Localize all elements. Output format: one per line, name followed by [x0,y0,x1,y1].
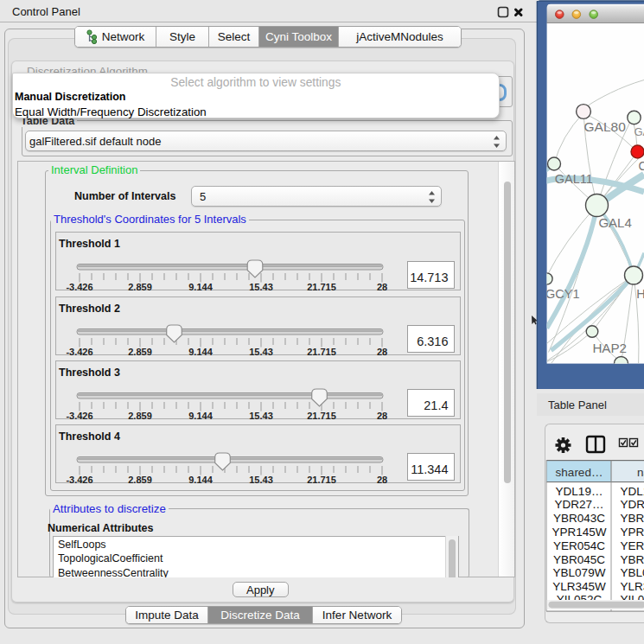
svg-text:YBR045C: YBR045C [621,553,644,566]
svg-text:2.859: 2.859 [128,411,152,420]
svg-text:28: 28 [377,282,387,291]
svg-text:GCY1: GCY1 [545,287,580,301]
svg-text:9.144: 9.144 [188,347,213,356]
svg-text:9.144: 9.144 [188,282,213,291]
svg-text:YDR27…: YDR27… [554,498,603,511]
svg-text:2.859: 2.859 [128,347,152,356]
svg-text:GAL4: GAL4 [598,215,631,230]
svg-text:C: C [639,159,644,173]
svg-text:YDL19…: YDL19… [556,485,603,498]
svg-text:YBR045C: YBR045C [553,553,605,566]
svg-text:28: 28 [377,347,387,356]
svg-text:15.43: 15.43 [249,411,273,420]
svg-text:H: H [636,287,644,301]
svg-text:GAL11: GAL11 [555,172,593,186]
svg-text:-3.426: -3.426 [66,282,92,291]
svg-text:GA: GA [634,125,644,138]
svg-text:YDL19: YDL19 [621,485,644,498]
svg-text:-3.426: -3.426 [66,475,92,484]
svg-text:YER054C: YER054C [621,539,644,552]
svg-text:nam: nam [637,466,644,479]
svg-text:21.715: 21.715 [307,282,336,291]
svg-text:21.715: 21.715 [307,475,336,484]
svg-text:21.715: 21.715 [307,411,336,420]
svg-text:28: 28 [377,411,387,420]
svg-text:YDR27: YDR27 [621,498,644,511]
svg-text:2.859: 2.859 [128,475,152,484]
svg-text:YBR043C: YBR043C [621,512,644,525]
svg-text:YLR345W: YLR345W [552,580,606,593]
svg-text:-3.426: -3.426 [66,347,92,356]
svg-text:YER054C: YER054C [553,539,605,552]
svg-text:21.715: 21.715 [307,347,336,356]
svg-text:YPR145W: YPR145W [552,526,606,539]
svg-text:2.859: 2.859 [128,282,152,291]
svg-text:15.43: 15.43 [249,347,273,356]
svg-text:YBR043C: YBR043C [553,512,605,525]
svg-text:-3.426: -3.426 [66,411,92,420]
svg-text:28: 28 [377,475,387,484]
svg-text:YBL079W: YBL079W [621,566,644,579]
svg-text:15.43: 15.43 [249,282,273,291]
svg-text:YPR145W: YPR145W [621,526,644,539]
svg-text:GAL80: GAL80 [584,119,627,134]
svg-text:shared…: shared… [556,466,603,479]
svg-text:YBL079W: YBL079W [553,566,606,579]
svg-text:HAP2: HAP2 [592,341,627,355]
svg-text:YLR345W: YLR345W [621,580,644,593]
svg-text:15.43: 15.43 [249,475,273,484]
svg-text:9.144: 9.144 [188,411,213,420]
svg-text:9.144: 9.144 [188,475,213,484]
